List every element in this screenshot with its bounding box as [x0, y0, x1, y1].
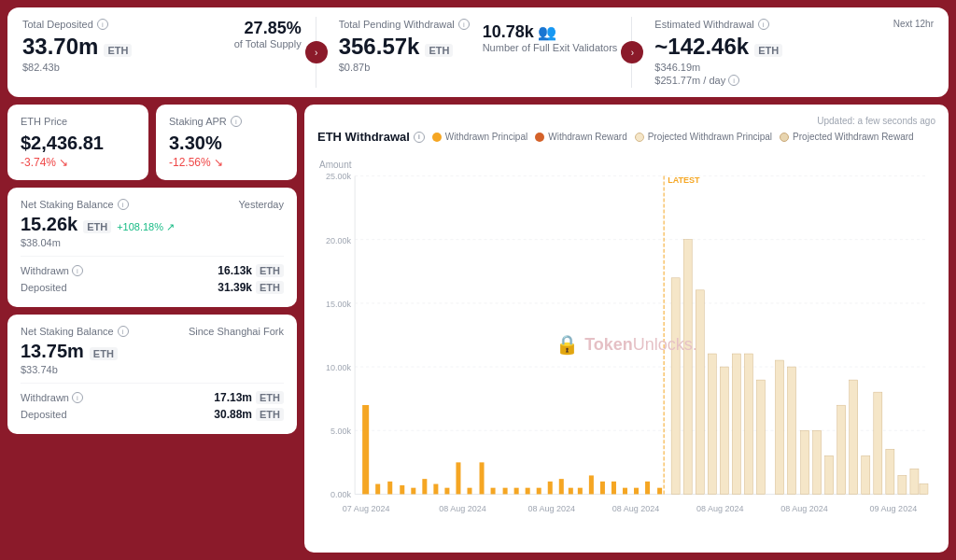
total-deposited-desc: of Total Supply [234, 38, 302, 49]
svg-rect-62 [910, 469, 919, 494]
svg-rect-48 [732, 354, 740, 494]
chart-header: ETH Withdrawal i Withdrawn Principal Wit… [317, 130, 935, 144]
eth-price-change: -3.74% ↘ [21, 156, 135, 169]
total-pending-validators: 10.78k [483, 22, 534, 42]
net-balance-shanghai-info[interactable]: i [118, 326, 129, 337]
svg-rect-39 [623, 488, 627, 495]
net-balance-yesterday-value: 15.26k [21, 214, 77, 235]
svg-rect-16 [362, 405, 369, 494]
svg-rect-46 [708, 354, 716, 494]
staking-apr-info-icon[interactable]: i [231, 116, 242, 127]
svg-rect-30 [526, 488, 530, 495]
svg-rect-32 [548, 482, 553, 495]
staking-apr-change: -12.56% ↘ [169, 156, 284, 169]
left-panels: ETH Price $2,436.81 -3.74% ↘ Staking APR… [7, 105, 297, 553]
svg-text:09 Aug 2024: 09 Aug 2024 [870, 504, 918, 513]
total-deposited-arrow[interactable]: › [305, 41, 328, 63]
svg-rect-55 [825, 455, 834, 494]
chart-title: ETH Withdrawal i [317, 130, 425, 144]
net-balance-shanghai-value: 13.75m [21, 341, 84, 362]
svg-rect-38 [612, 482, 616, 495]
withdrawn-shanghai-info[interactable]: i [72, 392, 83, 403]
chart-info-icon[interactable]: i [414, 132, 425, 143]
deposited-shanghai-row: Deposited 30.88m ETH [21, 406, 284, 423]
total-pending-label: Total Pending Withdrawal i [339, 19, 470, 30]
svg-text:0.00k: 0.00k [330, 490, 352, 499]
net-balance-yesterday-info[interactable]: i [118, 199, 129, 210]
net-balance-yesterday-period: Yesterday [238, 199, 284, 210]
total-pending-info-icon[interactable]: i [458, 19, 470, 30]
svg-rect-60 [886, 449, 894, 494]
deposited-yesterday-row: Deposited 31.39k ETH [21, 279, 284, 296]
price-apr-row: ETH Price $2,436.81 -3.74% ↘ Staking APR… [7, 105, 297, 180]
legend-withdrawn-principal: Withdrawn Principal [432, 132, 527, 142]
svg-text:08 Aug 2024: 08 Aug 2024 [696, 504, 744, 513]
svg-rect-49 [744, 354, 752, 494]
svg-rect-35 [578, 488, 583, 495]
svg-rect-34 [569, 488, 573, 495]
updated-text: Updated: a few seconds ago [317, 116, 935, 126]
eth-price-label: ETH Price [21, 116, 135, 127]
chart-svg: Amount 0.00k 5.00k 10.00k 15.00k 20.00k … [317, 147, 935, 541]
next-label: Next 12hr [893, 19, 934, 29]
svg-rect-43 [671, 278, 680, 495]
svg-rect-63 [920, 483, 928, 494]
withdrawn-yesterday-info[interactable]: i [72, 265, 83, 276]
withdrawn-shanghai-row: Withdrawn i 17.13m ETH [21, 389, 284, 406]
staking-apr-label: Staking APR i [169, 116, 284, 127]
svg-rect-19 [400, 485, 404, 495]
svg-rect-61 [898, 475, 907, 494]
total-deposited-label: Total Deposited i [22, 19, 132, 30]
total-deposited-percent: 27.85% [245, 19, 302, 38]
net-balance-shanghai-title: Net Staking Balance i [21, 326, 129, 337]
eth-price-card: ETH Price $2,436.81 -3.74% ↘ [7, 105, 148, 180]
estimated-day: $251.77m / day i [654, 75, 934, 86]
svg-rect-41 [645, 482, 650, 495]
svg-rect-45 [696, 290, 704, 495]
total-pending-arrow[interactable]: › [621, 41, 643, 63]
withdrawn-yesterday-row: Withdrawn i 16.13k ETH [21, 262, 284, 279]
estimated-day-info[interactable]: i [728, 75, 739, 86]
total-pending-validator-desc: Number of Full Exit Validators [483, 42, 618, 53]
estimated-value: ~142.46k [654, 34, 749, 60]
total-deposited-sub: $82.43b [22, 62, 132, 73]
net-balance-shanghai-period: Since Shanghai Fork [189, 326, 284, 337]
svg-rect-58 [862, 455, 870, 494]
svg-rect-17 [375, 484, 380, 495]
total-deposited-unit: ETH [104, 44, 132, 57]
svg-rect-54 [813, 430, 822, 494]
total-deposited-card: Total Deposited i 33.70m ETH $82.43b 27.… [7, 7, 316, 97]
svg-rect-52 [788, 367, 796, 494]
divider-2 [21, 383, 284, 384]
svg-rect-56 [837, 405, 846, 494]
svg-text:10.00k: 10.00k [326, 363, 352, 372]
svg-rect-25 [467, 488, 471, 495]
svg-rect-53 [801, 430, 809, 494]
svg-rect-22 [433, 484, 438, 495]
legend-projected-principal: Projected Withdrawn Principal [635, 132, 772, 142]
net-balance-yesterday-unit: ETH [83, 220, 111, 233]
estimated-info-icon[interactable]: i [758, 19, 769, 30]
middle-section: ETH Price $2,436.81 -3.74% ↘ Staking APR… [7, 105, 949, 553]
estimated-label: Estimated Withdrawal i [654, 19, 934, 30]
svg-rect-21 [422, 479, 427, 494]
chart-area: Updated: a few seconds ago ETH Withdrawa… [304, 105, 949, 553]
total-pending-unit: ETH [425, 44, 453, 57]
svg-rect-40 [634, 488, 639, 495]
net-balance-shanghai-card: Net Staking Balance i Since Shanghai For… [7, 315, 297, 434]
top-stats-bar: Total Deposited i 33.70m ETH $82.43b 27.… [7, 7, 949, 97]
svg-text:08 Aug 2024: 08 Aug 2024 [439, 504, 486, 513]
svg-rect-51 [775, 360, 783, 494]
svg-rect-47 [720, 367, 728, 494]
net-balance-yesterday-title: Net Staking Balance i [21, 199, 129, 210]
estimated-withdrawal-card: Next 12hr Estimated Withdrawal i ~142.46… [632, 7, 949, 97]
total-deposited-info-icon[interactable]: i [97, 19, 108, 30]
svg-text:15.00k: 15.00k [326, 300, 352, 309]
net-balance-shanghai-unit: ETH [90, 347, 118, 360]
svg-rect-23 [444, 488, 449, 495]
legend-projected-reward: Projected Withdrawn Reward [780, 132, 914, 142]
net-balance-shanghai-sub: $33.74b [21, 364, 284, 375]
svg-rect-18 [387, 482, 392, 495]
estimated-unit: ETH [754, 44, 782, 57]
svg-text:LATEST: LATEST [668, 175, 700, 185]
